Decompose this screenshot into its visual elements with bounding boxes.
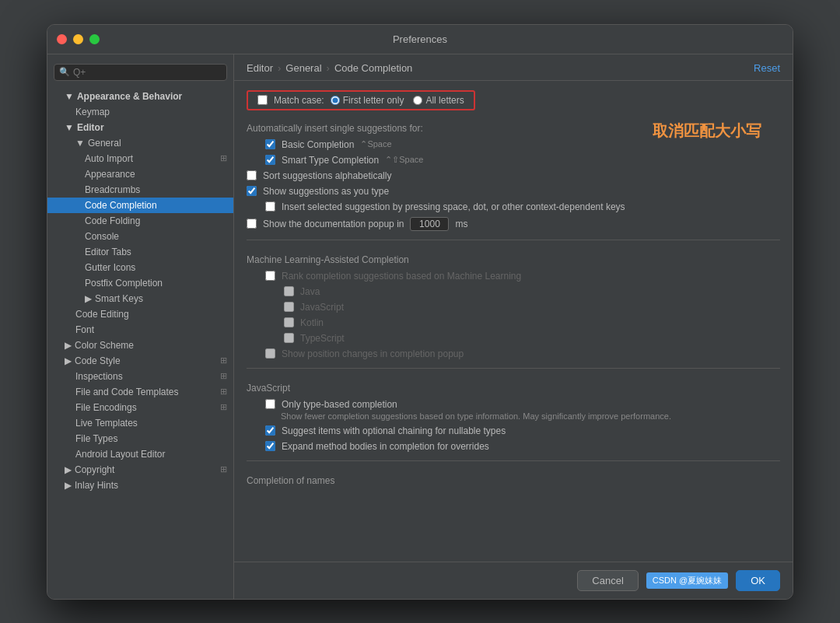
js-type-based-sublabel: Show fewer completion suggestions based … — [281, 411, 671, 421]
main-wrapper: Editor › General › Code Completion Reset… — [234, 54, 793, 599]
sidebar-item-appearance[interactable]: Appearance — [47, 166, 233, 182]
js-type-based-checkbox[interactable] — [265, 399, 275, 409]
chevron-icon: ▼ — [65, 91, 74, 102]
insert-by-space-label: Insert selected suggestion by pressing s… — [282, 201, 625, 212]
ok-button[interactable]: OK — [736, 570, 780, 591]
sidebar-item-live-templates[interactable]: Live Templates — [47, 415, 233, 431]
js-type-based-label: Only type-based completion — [282, 399, 397, 410]
dialog-title: Preferences — [393, 33, 447, 45]
basic-completion-checkbox[interactable] — [265, 139, 275, 149]
sidebar-item-file-encodings[interactable]: File Encodings ⊞ — [47, 400, 233, 415]
ml-javascript-row: JavaScript — [284, 299, 780, 315]
js-optional-label: Suggest items with optional chaining for… — [282, 425, 506, 436]
ml-kotlin-checkbox[interactable] — [284, 317, 294, 327]
sidebar-item-appearance-behavior[interactable]: ▼ Appearance & Behavior — [47, 89, 233, 104]
dialog-body: 🔍 ▼ Appearance & Behavior Keymap ▼ Edito… — [47, 54, 793, 599]
close-button[interactable] — [57, 34, 67, 44]
match-case-box: Match case: First letter only All letter… — [247, 90, 475, 110]
copy-icon: ⊞ — [220, 371, 227, 381]
breadcrumb: Editor › General › Code Completion — [247, 62, 412, 74]
sidebar-item-inlay-hints[interactable]: ▶ Inlay Hints — [47, 478, 233, 493]
sidebar-item-auto-import[interactable]: Auto Import ⊞ — [47, 151, 233, 166]
js-optional-row: Suggest items with optional chaining for… — [265, 423, 780, 439]
sidebar-item-code-style[interactable]: ▶ Code Style ⊞ — [47, 353, 233, 369]
match-case-checkbox[interactable] — [257, 95, 268, 105]
separator-names — [247, 460, 780, 461]
ml-java-label: Java — [300, 286, 320, 297]
sidebar-item-general[interactable]: ▼ General — [47, 135, 233, 151]
content-body: Match case: First letter only All letter… — [234, 81, 793, 562]
sidebar-item-file-types[interactable]: File Types — [47, 431, 233, 446]
insert-by-space-checkbox[interactable] — [265, 201, 275, 212]
ml-kotlin-label: Kotlin — [300, 317, 324, 328]
show-doc-popup-label: Show the documentation popup in — [263, 219, 404, 229]
sidebar-item-gutter-icons[interactable]: Gutter Icons — [47, 260, 233, 275]
minimize-button[interactable] — [73, 34, 83, 44]
sidebar-item-breadcrumbs[interactable]: Breadcrumbs — [47, 182, 233, 198]
show-suggestions-checkbox[interactable] — [247, 186, 257, 196]
ml-rank-label: Rank completion suggestions based on Mac… — [282, 271, 521, 282]
annotation-text: 取消匹配大小写 — [653, 121, 761, 142]
js-optional-checkbox[interactable] — [265, 425, 275, 436]
search-icon: 🔍 — [59, 67, 70, 77]
search-box[interactable]: 🔍 — [54, 64, 227, 81]
ml-javascript-checkbox[interactable] — [284, 302, 294, 312]
sidebar-item-copyright[interactable]: ▶ Copyright ⊞ — [47, 462, 233, 478]
content-header: Editor › General › Code Completion Reset — [234, 54, 793, 81]
js-expand-checkbox[interactable] — [265, 441, 275, 451]
sidebar-item-code-editing[interactable]: Code Editing — [47, 306, 233, 322]
breadcrumb-general: General — [285, 62, 321, 74]
completion-names-label: Completion of names — [247, 467, 780, 489]
ml-java-checkbox[interactable] — [284, 286, 294, 296]
sidebar-item-keymap[interactable]: Keymap — [47, 104, 233, 120]
sidebar-item-file-code-templates[interactable]: File and Code Templates ⊞ — [47, 384, 233, 400]
sidebar-item-font[interactable]: Font — [47, 322, 233, 338]
chevron-right-icon: ▶ — [85, 293, 92, 304]
ml-rank-checkbox[interactable] — [265, 271, 275, 281]
sidebar-item-smart-keys[interactable]: ▶ Smart Keys — [47, 291, 233, 306]
smart-completion-checkbox[interactable] — [265, 155, 275, 165]
match-case-label: Match case: — [274, 95, 324, 106]
sidebar-item-code-completion[interactable]: Code Completion — [47, 198, 233, 213]
sidebar-item-console[interactable]: Console — [47, 229, 233, 244]
first-letter-option[interactable]: First letter only — [331, 95, 404, 106]
breadcrumb-sep1: › — [278, 62, 281, 74]
ml-typescript-checkbox[interactable] — [284, 333, 294, 343]
first-letter-radio[interactable] — [331, 96, 340, 105]
doc-popup-value[interactable] — [410, 217, 449, 231]
ml-typescript-row: TypeScript — [284, 331, 780, 346]
sidebar-item-editor[interactable]: ▼ Editor — [47, 120, 233, 135]
copy-icon: ⊞ — [220, 464, 227, 474]
reset-button[interactable]: Reset — [754, 62, 780, 74]
show-doc-popup-checkbox[interactable] — [247, 219, 257, 229]
sort-alphabetically-checkbox[interactable] — [247, 170, 257, 180]
copy-icon: ⊞ — [220, 402, 227, 412]
breadcrumb-code-completion: Code Completion — [334, 62, 412, 74]
smart-completion-row: Smart Type Completion ⌃⇧Space — [265, 152, 780, 168]
doc-popup-unit: ms — [455, 219, 467, 229]
sidebar-item-color-scheme[interactable]: ▶ Color Scheme — [47, 338, 233, 353]
copy-icon: ⊞ — [220, 387, 227, 397]
sidebar-item-postfix-completion[interactable]: Postfix Completion — [47, 275, 233, 291]
sort-alphabetically-row: Sort suggestions alphabetically — [247, 168, 780, 184]
sidebar-item-editor-tabs[interactable]: Editor Tabs — [47, 244, 233, 260]
all-letters-option[interactable]: All letters — [413, 95, 464, 106]
ml-kotlin-row: Kotlin — [284, 315, 780, 331]
preferences-dialog: Preferences 🔍 ▼ Appearance & Behavior Ke… — [47, 24, 793, 600]
ml-section-label: Machine Learning-Assisted Completion — [247, 247, 780, 268]
search-input[interactable] — [73, 67, 222, 78]
all-letters-radio[interactable] — [413, 96, 422, 105]
sidebar-item-android-layout-editor[interactable]: Android Layout Editor — [47, 446, 233, 462]
breadcrumb-sep2: › — [327, 62, 330, 74]
csdn-badge: CSDN @夏婉妹妹 — [646, 572, 728, 589]
basic-completion-label: Basic Completion — [282, 139, 354, 150]
sidebar-item-inspections[interactable]: Inspections ⊞ — [47, 369, 233, 384]
sidebar: 🔍 ▼ Appearance & Behavior Keymap ▼ Edito… — [47, 54, 234, 599]
ml-position-checkbox[interactable] — [265, 348, 275, 359]
maximize-button[interactable] — [89, 34, 100, 44]
ml-position-row: Show position changes in completion popu… — [265, 346, 780, 362]
cancel-button[interactable]: Cancel — [577, 570, 638, 591]
sidebar-item-code-folding[interactable]: Code Folding — [47, 213, 233, 229]
chevron-right-icon: ▶ — [65, 464, 72, 475]
window-controls — [57, 34, 100, 44]
